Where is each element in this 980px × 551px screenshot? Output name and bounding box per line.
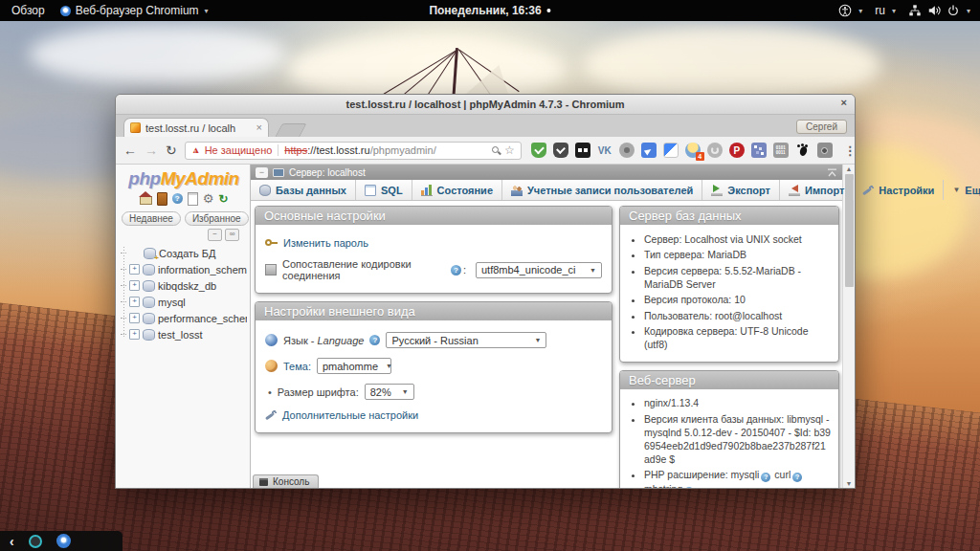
keyboard-layout-menu[interactable]: ru ▾ <box>875 4 896 17</box>
page-scrollbar[interactable]: ▲ ▼ <box>842 165 855 488</box>
url-bar[interactable]: ▲ ! Не защищено https ://test.losst.ru /… <box>185 142 522 160</box>
scroll-to-top-icon[interactable] <box>827 168 837 177</box>
vk-icon[interactable]: VK <box>597 143 612 158</box>
scroll-up-icon[interactable]: ▲ <box>846 165 853 172</box>
activities-button[interactable]: Обзор <box>11 4 45 17</box>
tab-status[interactable]: Состояние <box>412 180 502 200</box>
server-icon <box>273 168 284 177</box>
forward-button[interactable]: → <box>145 143 158 157</box>
dock-expand-icon[interactable]: ‹ <box>10 535 14 548</box>
lightbulb-extension-icon[interactable]: 4 <box>685 143 701 158</box>
gear-icon[interactable]: ⚙ <box>203 192 214 205</box>
tree-item-mysql[interactable]: + mysql <box>121 294 247 310</box>
network-icon <box>908 4 922 17</box>
expand-icon[interactable]: + <box>129 264 140 275</box>
window-titlebar[interactable]: test.losst.ru / localhost | phpMyAdmin 4… <box>116 95 855 115</box>
help-icon[interactable]: ? <box>792 473 802 482</box>
tab-close-icon[interactable]: × <box>256 122 262 133</box>
clock-button[interactable]: Понедельник, 16:36 <box>429 4 550 17</box>
scroll-down-icon[interactable]: ▼ <box>846 480 853 487</box>
app-menu-button[interactable]: Веб-браузер Chromium ▾ <box>60 4 209 17</box>
help-icon[interactable]: ? <box>761 473 770 482</box>
cloud <box>29 25 287 84</box>
window-close-button[interactable]: × <box>841 98 847 108</box>
tab-databases[interactable]: Базы данных <box>251 180 356 200</box>
server-info-item: Сервер: Localhost via UNIX socket <box>644 232 831 246</box>
database-tree: + Создать БД + information_schema + kibq… <box>121 245 247 342</box>
collapse-all-button[interactable]: − <box>208 229 222 241</box>
refresh-icon[interactable]: ↻ <box>218 193 228 205</box>
terminal-dock-icon[interactable] <box>29 535 42 548</box>
change-password-link[interactable]: Изменить пароль <box>283 237 368 249</box>
breadcrumb: − Сервер: localhost <box>251 165 842 180</box>
home-icon[interactable] <box>140 196 152 205</box>
settings-extension-icon[interactable] <box>619 143 635 158</box>
unlink-panel-icon[interactable]: ∞ <box>225 229 239 241</box>
translate-icon[interactable] <box>663 143 679 158</box>
database-icon <box>143 313 155 324</box>
pinterest-icon[interactable]: P <box>729 143 745 158</box>
logout-icon[interactable] <box>157 192 167 206</box>
browser-tab[interactable]: test.losst.ru / localh × <box>123 118 269 137</box>
server-info-item: Версия протокола: 10 <box>644 293 831 306</box>
help-icon[interactable]: ? <box>172 193 183 204</box>
tab-import[interactable]: Импорт <box>780 180 854 200</box>
binary-extension-icon[interactable]: 0101 0011 <box>773 143 789 158</box>
help-icon[interactable]: ? <box>369 335 380 345</box>
expand-icon[interactable]: + <box>129 329 140 340</box>
collation-select[interactable]: utf8mb4_unicode_ci ▼ <box>476 262 602 278</box>
system-status-menu[interactable]: ▾ <box>908 4 970 17</box>
breadcrumb-collapse-button[interactable]: − <box>256 167 268 178</box>
tab-more[interactable]: ▼ Ещё <box>944 180 980 200</box>
recent-tables-button[interactable]: Недавнее <box>122 211 181 226</box>
zoom-icon[interactable] <box>492 146 501 155</box>
expand-icon[interactable]: + <box>129 280 140 291</box>
tab-export[interactable]: Экспорт <box>702 180 780 200</box>
accessibility-menu[interactable]: ▾ <box>838 4 862 17</box>
tree-item-information-schema[interactable]: + information_schema <box>121 261 247 277</box>
tree-item-test-losst[interactable]: + test_losst <box>121 326 247 342</box>
new-tab-button[interactable] <box>275 123 306 137</box>
imageblocker-icon[interactable] <box>575 143 590 158</box>
gnome-foot-icon[interactable] <box>795 143 811 158</box>
dropdown-icon: ▼ <box>590 267 596 274</box>
tree-item-performance-schema[interactable]: + performance_schema <box>121 310 247 326</box>
browser-menu-icon[interactable]: ⋮ <box>844 143 857 158</box>
chromium-dock-icon[interactable] <box>56 534 71 548</box>
language-select[interactable]: Русский - Russian ▼ <box>386 332 546 348</box>
reload-button[interactable]: ↻ <box>166 143 177 157</box>
tree-item-new-database[interactable]: + Создать БД <box>121 245 247 261</box>
more-settings-link[interactable]: Дополнительные настройки <box>282 409 418 421</box>
pixel-extension-icon[interactable] <box>751 143 767 158</box>
tab-sql[interactable]: SQL <box>356 180 412 200</box>
pocket-icon[interactable] <box>553 143 568 158</box>
theme-select[interactable]: pmahomme ▼ <box>317 358 391 374</box>
bookmark-star-icon[interactable]: ☆ <box>504 144 515 156</box>
screenshot-camera-icon[interactable] <box>817 143 833 158</box>
expand-icon[interactable]: + <box>129 297 140 307</box>
tab-user-accounts[interactable]: Учетные записи пользователей <box>502 180 702 200</box>
users-icon <box>511 185 523 196</box>
expand-icon[interactable]: + <box>129 313 140 323</box>
dock: ‹ <box>0 531 122 551</box>
console-button[interactable]: Консоль <box>253 474 319 488</box>
documentation-icon[interactable] <box>188 192 198 206</box>
loop-extension-icon[interactable] <box>707 143 723 158</box>
back-button[interactable]: ← <box>123 143 137 157</box>
adguard-shield-icon[interactable] <box>531 143 546 158</box>
gnome-top-bar: Обзор Веб-браузер Chromium ▾ Понедельник… <box>0 0 980 21</box>
server-info-item: PHP расширение: mysqli?curl?mbstring? <box>644 468 831 488</box>
help-icon[interactable]: ? <box>684 487 694 488</box>
metrika-icon[interactable] <box>641 143 657 158</box>
panel-title: Веб-сервер <box>620 371 838 389</box>
collation-icon <box>265 264 277 276</box>
help-icon[interactable]: ? <box>451 265 461 276</box>
profile-button[interactable]: Сергей <box>796 120 847 134</box>
panel-title: Основные настройки <box>256 207 612 225</box>
security-label[interactable]: Не защищено <box>205 144 273 156</box>
font-size-select[interactable]: 82% ▼ <box>365 384 414 400</box>
tab-settings[interactable]: Настройки <box>854 180 944 200</box>
wrench-icon <box>862 185 874 196</box>
favorite-tables-button[interactable]: Избранное <box>185 211 249 226</box>
tree-item-kibqdskz-db[interactable]: + kibqdskz_db <box>121 277 247 294</box>
